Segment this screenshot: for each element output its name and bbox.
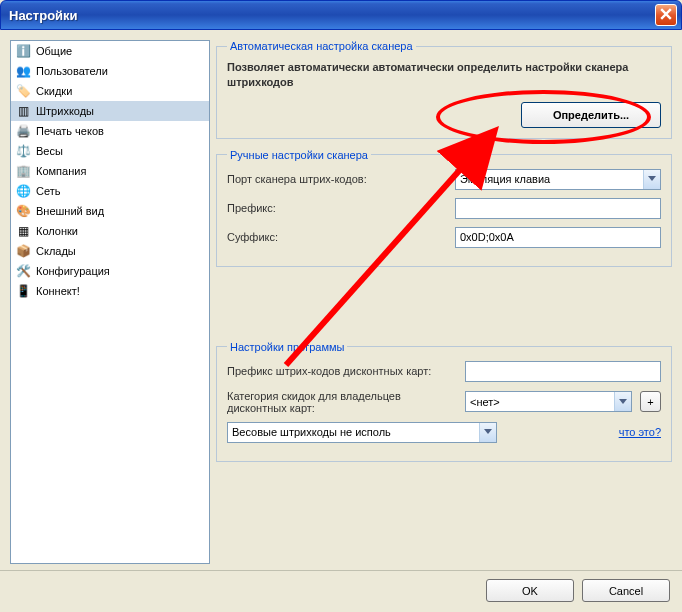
auto-scanner-group: Автоматическая настройка сканера Позволя… [216, 40, 672, 139]
building-icon: 🏢 [15, 163, 31, 179]
sidebar-item-label: Штрихкоды [36, 105, 94, 117]
sidebar-item-label: Коннект! [36, 285, 80, 297]
tools-icon: 🛠️ [15, 263, 31, 279]
program-settings-group: Настройки программы Префикс штрих-кодов … [216, 341, 672, 462]
port-combo[interactable]: Эмуляция клавиа [455, 169, 661, 190]
columns-icon: ▦ [15, 223, 31, 239]
sidebar-item-company[interactable]: 🏢Компания [11, 161, 209, 181]
dialog-buttons: OK Cancel [0, 570, 682, 610]
window-close-button[interactable] [655, 4, 677, 26]
ok-button[interactable]: OK [486, 579, 574, 602]
add-category-button[interactable]: + [640, 391, 661, 412]
sidebar-item-label: Весы [36, 145, 63, 157]
disc-category-value: <нет> [470, 396, 500, 408]
sidebar-item-label: Печать чеков [36, 125, 104, 137]
palette-icon: 🎨 [15, 203, 31, 219]
prefix-input[interactable] [455, 198, 661, 219]
barcode-icon: ▥ [15, 103, 31, 119]
title-bar: Настройки [0, 0, 682, 30]
tag-icon: 🏷️ [15, 83, 31, 99]
disc-prefix-label: Префикс штрих-кодов дисконтных карт: [227, 365, 457, 377]
sidebar-item-label: Конфигурация [36, 265, 110, 277]
printer-icon: 🖨️ [15, 123, 31, 139]
info-icon: ℹ️ [15, 43, 31, 59]
suffix-input[interactable] [455, 227, 661, 248]
sidebar-item-scales[interactable]: ⚖️Весы [11, 141, 209, 161]
sidebar-item-label: Общие [36, 45, 72, 57]
manual-scanner-group: Ручные настройки сканера Порт сканера шт… [216, 149, 672, 267]
settings-sidebar: ℹ️Общие 👥Пользователи 🏷️Скидки ▥Штрихкод… [10, 40, 210, 564]
disc-category-label: Категория скидок для владельцев дисконтн… [227, 390, 457, 414]
suffix-label: Суффикс: [227, 231, 447, 243]
client-area: ℹ️Общие 👥Пользователи 🏷️Скидки ▥Штрихкод… [0, 30, 682, 570]
sidebar-item-general[interactable]: ℹ️Общие [11, 41, 209, 61]
weight-barcodes-value: Весовые штрихкоды не исполь [232, 426, 391, 438]
disc-category-combo[interactable]: <нет> [465, 391, 632, 412]
detect-button[interactable]: Определить... [521, 102, 661, 128]
program-settings-legend: Настройки программы [227, 341, 347, 353]
sidebar-item-appearance[interactable]: 🎨Внешний вид [11, 201, 209, 221]
chevron-down-icon [614, 392, 631, 411]
what-is-this-link[interactable]: что это? [619, 426, 661, 438]
users-icon: 👥 [15, 63, 31, 79]
chevron-down-icon [479, 423, 496, 442]
scales-icon: ⚖️ [15, 143, 31, 159]
disc-prefix-input[interactable] [465, 361, 661, 382]
sidebar-item-discounts[interactable]: 🏷️Скидки [11, 81, 209, 101]
mobile-icon: 📱 [15, 283, 31, 299]
plus-icon: + [647, 396, 653, 408]
sidebar-item-network[interactable]: 🌐Сеть [11, 181, 209, 201]
sidebar-item-label: Склады [36, 245, 76, 257]
sidebar-item-warehouses[interactable]: 📦Склады [11, 241, 209, 261]
manual-scanner-legend: Ручные настройки сканера [227, 149, 371, 161]
globe-icon: 🌐 [15, 183, 31, 199]
sidebar-item-label: Пользователи [36, 65, 108, 77]
settings-panel: Автоматическая настройка сканера Позволя… [216, 40, 672, 564]
sidebar-item-label: Внешний вид [36, 205, 104, 217]
cancel-button[interactable]: Cancel [582, 579, 670, 602]
chevron-down-icon [643, 170, 660, 189]
auto-scanner-description: Позволяет автоматически автоматически оп… [227, 60, 661, 90]
sidebar-item-columns[interactable]: ▦Колонки [11, 221, 209, 241]
prefix-label: Префикс: [227, 202, 447, 214]
sidebar-item-receipt-print[interactable]: 🖨️Печать чеков [11, 121, 209, 141]
box-icon: 📦 [15, 243, 31, 259]
window-title: Настройки [9, 8, 78, 23]
port-combo-value: Эмуляция клавиа [460, 173, 550, 185]
sidebar-item-label: Скидки [36, 85, 72, 97]
close-icon [660, 8, 672, 22]
auto-scanner-legend: Автоматическая настройка сканера [227, 40, 416, 52]
sidebar-item-users[interactable]: 👥Пользователи [11, 61, 209, 81]
sidebar-item-barcodes[interactable]: ▥Штрихкоды [11, 101, 209, 121]
sidebar-item-connect[interactable]: 📱Коннект! [11, 281, 209, 301]
port-label: Порт сканера штрих-кодов: [227, 173, 447, 185]
weight-barcodes-combo[interactable]: Весовые штрихкоды не исполь [227, 422, 497, 443]
sidebar-item-label: Сеть [36, 185, 60, 197]
sidebar-item-label: Компания [36, 165, 86, 177]
sidebar-item-configuration[interactable]: 🛠️Конфигурация [11, 261, 209, 281]
sidebar-item-label: Колонки [36, 225, 78, 237]
